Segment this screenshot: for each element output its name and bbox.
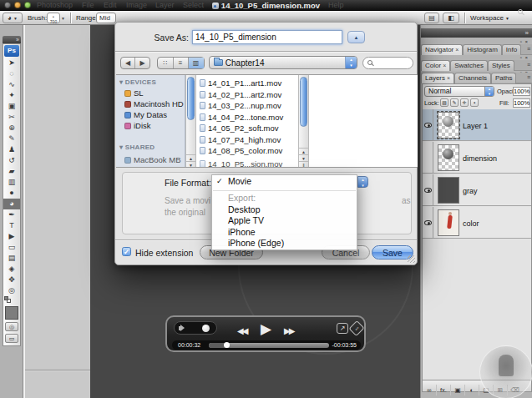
folder-popup[interactable]: Chapter14 ▲▼ [209,56,357,69]
layer-thumbnail[interactable] [438,112,459,139]
file-list-scrollbar[interactable]: ▲ ▼ ‖ [298,75,309,168]
blur-tool[interactable]: ● [3,188,20,199]
foreground-color-large-swatch[interactable] [5,306,18,320]
scrollbar-thumb[interactable] [300,77,307,127]
volume-knob[interactable] [202,325,210,332]
layer-thumbnail[interactable] [438,209,459,236]
sidebar-item-shared-computer[interactable]: MacBook MB [124,155,181,164]
foreground-background-swatches[interactable] [3,296,20,305]
eraser-tool[interactable]: ▰ [3,166,20,177]
tab-histogram[interactable]: Histogram [463,44,501,55]
gradient-tool[interactable]: ▥ [3,177,20,188]
layer-row-layer1[interactable]: Layer 1 [423,109,531,141]
layer-style-icon[interactable]: fx. [437,385,451,395]
range-select[interactable]: Mid [96,13,116,23]
blend-mode-select[interactable]: Normal ▲▼ [424,86,494,97]
layer-thumbnail[interactable] [438,144,459,171]
scrub-track[interactable] [209,343,329,348]
tab-navigator[interactable]: Navigator× [421,44,463,55]
opacity-value[interactable]: 100% [513,87,530,96]
path-selection-tool[interactable]: ▶ [3,231,20,242]
fast-forward-button[interactable]: ▶▶ [284,326,293,335]
brush-preset-picker[interactable]: •700 [47,13,60,23]
pen-tool[interactable]: ✒ [3,209,20,220]
file-row[interactable]: 14_10_P5...sion.mov [200,159,282,168]
lock-transparency-button[interactable]: ▨ [440,98,448,107]
visibility-cell[interactable] [423,174,433,205]
icon-view-button[interactable]: ∷ [159,58,174,68]
healing-brush-tool[interactable]: ⊕ [3,123,20,134]
scroll-up-icon[interactable]: ▲ [299,148,308,154]
share-button[interactable]: ↗ [337,323,348,334]
layer-row-gray[interactable]: gray [423,174,531,206]
collapse-palette-button[interactable]: » [3,36,21,43]
tab-layers[interactable]: Layers× [421,73,454,83]
file-row[interactable]: 14_08_P5_color.mov [200,146,282,157]
menu-help[interactable]: Help [328,1,344,10]
menu-item-movie[interactable]: ✓Movie [212,175,357,188]
go-to-bridge-button[interactable]: ◧ [443,13,459,23]
scrollbar-thumb[interactable] [187,77,195,120]
eye-icon[interactable] [424,188,432,193]
tab-color[interactable]: Color× [421,60,450,71]
fill-value[interactable]: 100% [513,98,530,108]
adjustment-layer-icon[interactable]: ◐ [465,385,479,395]
filename-input[interactable] [192,30,342,44]
forward-button[interactable]: ▶ [135,58,149,68]
file-format-popup-stepper[interactable]: ▲▼ [357,176,368,188]
menu-item-apple-tv[interactable]: Apple TV [212,215,357,227]
tab-styles[interactable]: Styles [488,60,514,71]
file-row[interactable]: 14_04_P2...tone.mov [200,113,283,123]
marquee-tool[interactable]: ◌ [3,68,20,79]
sidebar-scrollbar[interactable]: ▲ ▼ [185,75,196,168]
visibility-cell[interactable] [423,142,433,173]
menu-item-desktop[interactable]: Desktop [212,204,357,216]
workspace-dropdown[interactable]: Workspace ▼ [470,14,509,22]
close-icon[interactable]: × [455,47,459,53]
file-row[interactable]: 14_07_P4_high.mov [200,135,281,146]
notes-tool[interactable]: ▤ [3,253,20,264]
screen-mode-button[interactable]: ▭ [5,334,18,343]
zoom-tool[interactable]: ◎ [3,285,20,296]
tab-channels[interactable]: Channels [454,73,491,83]
scroll-down-icon[interactable]: ▼ [299,154,308,161]
layer-name[interactable]: color [463,219,479,228]
scroll-down-icon[interactable]: ▼ [186,161,195,168]
resize-grip[interactable] [408,255,415,263]
collapse-dock-button[interactable]: » [421,28,532,38]
panel-menu-icon[interactable]: ≡ [527,74,530,80]
shape-tool[interactable]: ▭ [3,242,20,253]
tab-paths[interactable]: Paths [491,73,516,83]
playhead-knob[interactable] [224,342,230,348]
layer-mask-icon[interactable]: ▣ [451,385,465,395]
lasso-tool[interactable]: ∿ [3,79,20,90]
layer-row-color[interactable]: color [423,207,531,239]
hide-extension-checkbox[interactable]: ✓ [122,247,131,256]
clone-stamp-tool[interactable]: ♟ [3,144,20,155]
search-field[interactable] [362,57,413,69]
file-row[interactable]: 14_02_P1...art2.mov [200,90,281,101]
file-row[interactable]: 14_05_P2_soft.mov [200,123,279,134]
file-row[interactable]: 14_03_P2...nup.mov [200,101,281,112]
close-icon[interactable]: × [443,63,446,68]
layer-row-dimension[interactable]: dimension [423,142,531,174]
crop-tool[interactable]: ▣ [3,101,20,112]
column-view-button[interactable]: ▥ [189,58,204,68]
move-tool[interactable]: ➤ [3,58,20,68]
sidebar-item-idisk[interactable]: iDisk [124,121,151,130]
rewind-button[interactable]: ◀◀ [237,326,246,335]
quick-selection-tool[interactable]: ✦ [3,90,20,101]
quick-mask-button[interactable]: ◎ [5,322,18,331]
layer-name[interactable]: dimension [463,154,497,163]
tool-preset-well[interactable]: ◕ ▼ [3,13,23,23]
scroll-up-icon[interactable]: ▲ [186,154,195,161]
brush-tool[interactable]: ✎ [3,134,20,144]
link-layers-icon[interactable]: ∞ [423,385,437,395]
file-row[interactable]: 14_01_P1...art1.mov [200,78,281,89]
column-resize-handle[interactable]: ‖ [299,161,308,168]
expand-dialog-button[interactable]: ▲ [347,31,365,43]
volume-slider[interactable] [174,321,217,335]
eye-icon[interactable] [424,123,432,128]
list-view-button[interactable]: ≡ [174,58,189,68]
play-button[interactable]: ▶ [261,320,271,338]
